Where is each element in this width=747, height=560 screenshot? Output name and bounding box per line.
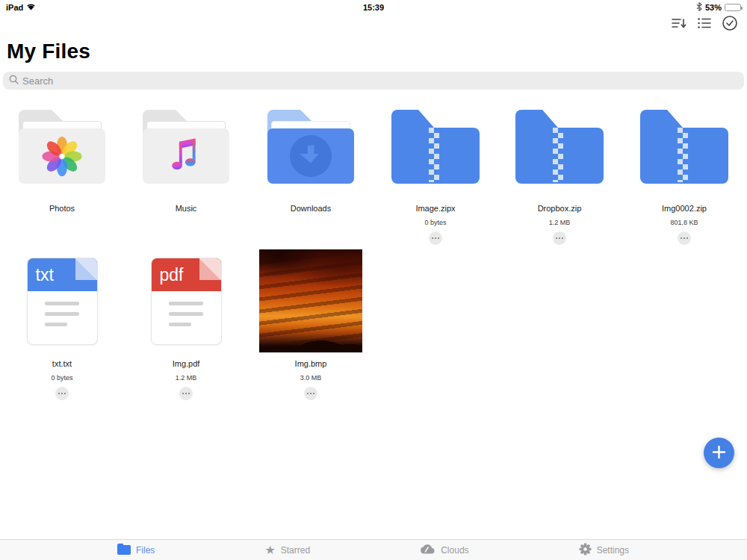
- file-item-txt[interactable]: txt txt.txt 0 bytes: [0, 246, 124, 400]
- tab-label: Settings: [597, 545, 629, 556]
- status-bar: iPad 15:39 53%: [0, 0, 747, 15]
- list-view-icon[interactable]: [695, 13, 714, 33]
- more-options-button[interactable]: [429, 231, 442, 245]
- search-icon: [9, 74, 19, 87]
- item-name: Image.zipx: [415, 204, 455, 213]
- clock: 15:39: [0, 3, 747, 12]
- item-name: Downloads: [291, 204, 331, 213]
- item-name: txt.txt: [52, 359, 72, 368]
- item-size: 0 bytes: [51, 374, 72, 382]
- gear-icon: [579, 543, 592, 558]
- zip-folder-icon: [640, 110, 728, 184]
- download-arrow-icon: [290, 135, 332, 177]
- select-circle-check-icon[interactable]: [720, 13, 740, 33]
- zip-folder-icon: [391, 110, 480, 184]
- file-item-bmp[interactable]: Img.bmp 3.0 MB: [249, 246, 373, 400]
- item-size: 801.8 KB: [670, 219, 698, 226]
- file-item-img0002-zip[interactable]: Img0002.zip 801.8 KB: [622, 105, 746, 245]
- item-name: Img.pdf: [173, 359, 200, 368]
- zip-folder-icon: [515, 110, 604, 184]
- music-note-icon: [169, 137, 203, 175]
- more-options-button[interactable]: [179, 387, 193, 400]
- tab-label: Files: [136, 545, 155, 556]
- zipper-icon: [429, 128, 439, 182]
- item-size: 3.0 MB: [300, 374, 322, 382]
- file-manager-screen: iPad 15:39 53% My Files: [0, 0, 747, 560]
- folder-icon: [117, 545, 131, 555]
- tab-settings[interactable]: Settings: [579, 543, 629, 558]
- star-icon: ★: [264, 544, 275, 556]
- tab-starred[interactable]: ★ Starred: [264, 544, 310, 556]
- more-options-button[interactable]: [553, 231, 566, 245]
- text-lines-icon: [152, 302, 221, 326]
- zipper-icon: [553, 128, 563, 182]
- photos-flower-icon: [41, 135, 83, 177]
- item-name: Photos: [49, 204, 75, 213]
- file-item-music[interactable]: Music: [124, 105, 248, 213]
- search-input[interactable]: [22, 75, 738, 87]
- pdf-file-icon: pdf: [151, 258, 222, 345]
- file-item-dropbox-zip[interactable]: Dropbox.zip 1.2 MB: [498, 105, 622, 245]
- photos-folder-icon: [19, 110, 105, 184]
- item-name: Img0002.zip: [662, 204, 707, 213]
- item-name: Music: [176, 204, 197, 213]
- more-options-button[interactable]: [678, 231, 691, 245]
- plus-icon: [712, 445, 726, 461]
- file-item-downloads[interactable]: Downloads: [249, 105, 373, 213]
- more-options-button[interactable]: [55, 387, 69, 400]
- downloads-folder-icon: [267, 110, 354, 184]
- toolbar: [669, 13, 740, 33]
- file-item-photos[interactable]: Photos: [0, 105, 124, 213]
- tab-bar: Files ★ Starred Clouds: [0, 539, 747, 560]
- tab-files[interactable]: Files: [117, 545, 155, 556]
- cloud-icon: [420, 544, 436, 556]
- item-size: 1.2 MB: [176, 374, 197, 382]
- item-name: Dropbox.zip: [538, 204, 582, 213]
- zipper-icon: [678, 128, 688, 182]
- sort-descending-icon[interactable]: [669, 13, 689, 33]
- sunset-image-thumbnail: [259, 249, 362, 352]
- tab-label: Starred: [281, 545, 310, 556]
- item-name: Img.bmp: [295, 359, 327, 368]
- item-size: 1.2 MB: [549, 219, 571, 226]
- music-folder-icon: [143, 110, 229, 184]
- file-item-pdf[interactable]: pdf Img.pdf 1.2 MB: [124, 246, 248, 400]
- search-bar[interactable]: [3, 72, 744, 90]
- text-lines-icon: [28, 302, 97, 326]
- add-file-button[interactable]: [704, 438, 734, 468]
- tab-label: Clouds: [441, 545, 468, 556]
- txt-file-icon: txt: [27, 258, 98, 345]
- page-title: My Files: [7, 40, 90, 63]
- battery-icon: [725, 4, 741, 11]
- file-item-image-zipx[interactable]: Image.zipx 0 bytes: [374, 105, 498, 245]
- more-options-button[interactable]: [304, 387, 317, 400]
- tab-clouds[interactable]: Clouds: [420, 544, 468, 556]
- item-size: 0 bytes: [424, 219, 446, 226]
